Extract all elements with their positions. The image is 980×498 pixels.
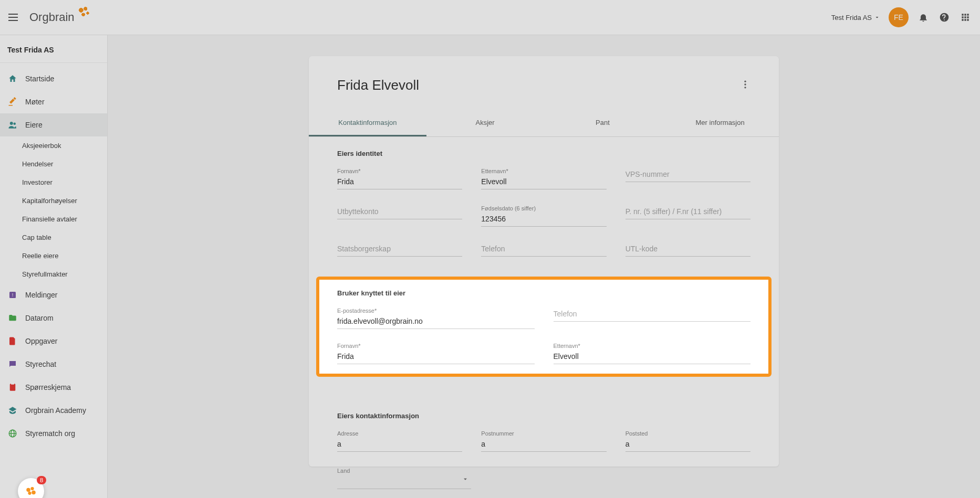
etternavn2-field: Etternavn* <box>554 343 751 364</box>
sidebar-item-orgbrain-academy[interactable]: Orgbrain Academy <box>0 399 107 422</box>
svg-point-0 <box>10 122 13 125</box>
file-icon <box>7 336 18 346</box>
stats-field <box>337 242 462 257</box>
postnr-input[interactable] <box>481 438 606 452</box>
fdato-field: Fødselsdato (6 siffer) <box>481 205 606 227</box>
chat-badge-count: 8 <box>37 476 46 484</box>
adresse-input[interactable] <box>337 438 462 452</box>
chevron-down-icon <box>874 14 880 20</box>
user-link-section: Bruker knyttet til eier E-postadresse* F… <box>316 277 772 377</box>
fornavn2-label: Fornavn* <box>337 343 535 349</box>
svg-point-9 <box>744 80 746 82</box>
sidebar-subitem-investorer[interactable]: Investorer <box>22 173 107 192</box>
poststed-field: Poststed <box>625 430 750 452</box>
logo-dots-icon <box>77 6 91 20</box>
sidebar: Test Frida AS StartsideMøterEiereAksjeei… <box>0 35 108 498</box>
sidebar-item-label: Datarom <box>25 314 54 322</box>
tab-mer-informasjon[interactable]: Mer informasjon <box>661 110 779 136</box>
svg-point-1 <box>14 123 16 125</box>
sidebar-subitem-reelle-eiere[interactable]: Reelle eiere <box>22 247 107 265</box>
avatar[interactable]: FE <box>889 7 909 27</box>
svg-text:!: ! <box>12 292 14 298</box>
fornavn-input[interactable] <box>337 175 462 189</box>
utbytte-field <box>337 205 462 227</box>
chevron-down-icon <box>462 475 469 485</box>
logo-text: Orgbrain <box>29 10 75 24</box>
entity-dropdown[interactable]: Test Frida AS <box>831 14 880 22</box>
user-link-title: Bruker knyttet til eier <box>337 289 405 297</box>
telefon-input[interactable] <box>481 242 606 257</box>
more-vertical-icon <box>740 79 750 90</box>
contact-section: Eiers kontaktinformasjon Adresse Postnum… <box>309 399 779 498</box>
utl-input[interactable] <box>625 242 750 257</box>
sidebar-item-label: Eiere <box>25 121 43 129</box>
notifications-button[interactable] <box>917 11 930 24</box>
vps-input[interactable] <box>625 168 750 182</box>
sidebar-item-styrechat[interactable]: Styrechat <box>0 353 107 376</box>
etternavn-field: Etternavn* <box>481 168 606 189</box>
home-icon <box>7 73 18 84</box>
poststed-input[interactable] <box>625 438 750 452</box>
fdato-input[interactable] <box>481 213 606 227</box>
fornavn2-input[interactable] <box>337 350 535 364</box>
sidebar-item-spørreskjema[interactable]: Spørreskjema <box>0 376 107 399</box>
svg-point-11 <box>744 87 746 88</box>
adresse-field: Adresse <box>337 430 462 452</box>
sidebar-subitem-aksjeeierbok[interactable]: Aksjeeierbok <box>22 136 107 155</box>
email-field: E-postadresse* <box>337 308 535 329</box>
email-input[interactable] <box>337 315 535 329</box>
brain-icon <box>23 483 39 498</box>
sidebar-item-meldinger[interactable]: !Meldinger <box>0 283 107 306</box>
etternavn-input[interactable] <box>481 175 606 189</box>
etternavn2-input[interactable] <box>554 350 751 364</box>
apps-button[interactable] <box>959 11 972 24</box>
globe-icon <box>7 428 18 439</box>
sidebar-subitem-cap-table[interactable]: Cap table <box>22 228 107 247</box>
help-button[interactable] <box>938 11 951 24</box>
etternavn2-label: Etternavn* <box>554 343 751 349</box>
sidebar-subitem-kapitalforhøyelser[interactable]: Kapitalforhøyelser <box>22 192 107 210</box>
sidebar-subitem-styrefullmakter[interactable]: Styrefullmakter <box>22 265 107 283</box>
folder-icon <box>7 313 18 323</box>
tab-aksjer[interactable]: Aksjer <box>426 110 544 136</box>
postnr-label: Postnummer <box>481 430 606 437</box>
svg-rect-5 <box>11 383 14 385</box>
stats-input[interactable] <box>337 242 462 257</box>
sidebar-title: Test Frida AS <box>0 46 107 63</box>
etternavn-label: Etternavn* <box>481 168 606 174</box>
sidebar-subitem-hendelser[interactable]: Hendelser <box>22 155 107 173</box>
owner-card: Frida Elvevoll KontaktinformasjonAksjerP… <box>309 56 779 467</box>
land-label: Land <box>337 468 471 474</box>
sidebar-subitem-finansielle-avtaler[interactable]: Finansielle avtaler <box>22 210 107 228</box>
utbytte-input[interactable] <box>337 205 462 219</box>
chat-widget-button[interactable]: 8 <box>18 478 44 498</box>
menu-toggle-button[interactable] <box>8 11 21 24</box>
main-content: Frida Elvevoll KontaktinformasjonAksjerP… <box>108 35 980 498</box>
sidebar-item-eiere[interactable]: Eiere <box>0 113 107 136</box>
telefon2-input[interactable] <box>554 308 751 322</box>
svg-point-15 <box>28 492 31 495</box>
sidebar-item-møter[interactable]: Møter <box>0 90 107 113</box>
tab-pant[interactable]: Pant <box>544 110 662 136</box>
land-input[interactable] <box>337 475 471 489</box>
fornavn2-field: Fornavn* <box>337 343 535 364</box>
clipboard-icon <box>7 382 18 393</box>
contact-section-title: Eiers kontaktinformasjon <box>337 412 750 420</box>
sidebar-item-datarom[interactable]: Datarom <box>0 306 107 330</box>
email-label: E-postadresse* <box>337 308 535 314</box>
fornavn-label: Fornavn* <box>337 168 462 174</box>
more-options-button[interactable] <box>740 79 750 92</box>
sidebar-item-startside[interactable]: Startside <box>0 67 107 90</box>
announce-icon: ! <box>7 290 18 300</box>
tabs: KontaktinformasjonAksjerPantMer informas… <box>309 110 779 137</box>
svg-rect-4 <box>10 384 16 391</box>
bell-icon <box>918 12 929 23</box>
poststed-label: Poststed <box>625 430 750 437</box>
pnr-input[interactable] <box>625 205 750 219</box>
svg-point-13 <box>30 487 34 490</box>
sidebar-item-oppgaver[interactable]: Oppgaver <box>0 330 107 353</box>
sidebar-item-styrematch-org[interactable]: Styrematch org <box>0 422 107 445</box>
adresse-label: Adresse <box>337 430 462 437</box>
tab-kontaktinformasjon[interactable]: Kontaktinformasjon <box>309 110 426 136</box>
chat-icon <box>7 359 18 369</box>
